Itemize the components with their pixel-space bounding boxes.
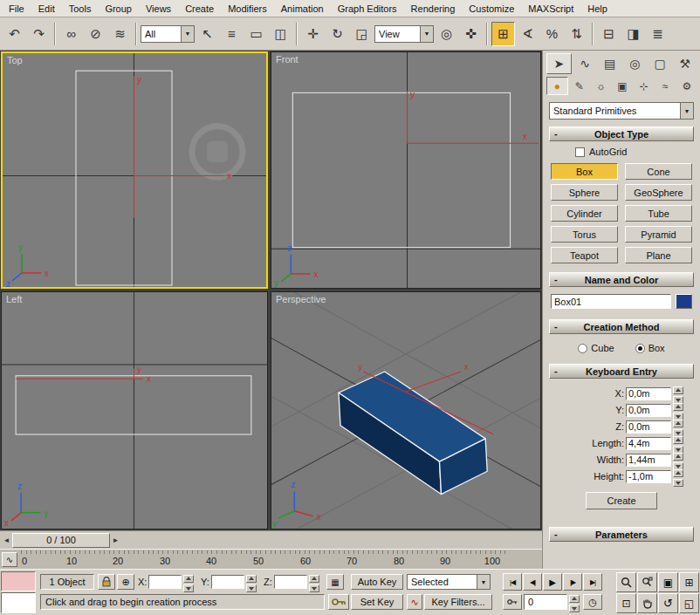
ke-height-spinner[interactable] [673, 469, 683, 483]
menu-edit[interactable]: Edit [31, 2, 62, 16]
select-object-icon[interactable]: ↖ [196, 22, 219, 46]
named-selection-sets-icon[interactable]: ⊟ [597, 22, 621, 46]
track-bar[interactable]: ∿ 0 10 20 30 40 50 60 70 80 90 100 [0, 549, 542, 569]
zoom-region-button[interactable]: ⊡ [616, 593, 636, 613]
spinner-up-icon[interactable] [673, 469, 683, 477]
spinner-up-icon[interactable] [183, 575, 194, 583]
spinner-down-icon[interactable] [673, 479, 683, 487]
box-radio[interactable] [635, 344, 645, 353]
selection-lock-button[interactable] [98, 574, 115, 590]
box-radio-option[interactable]: Box [635, 343, 665, 353]
spinner-down-icon[interactable] [309, 584, 319, 592]
arc-rotate-button[interactable]: ↺ [658, 593, 678, 613]
selection-filter-dropdown[interactable]: All ▼ [141, 25, 195, 43]
select-and-scale-icon[interactable]: ◲ [350, 22, 374, 46]
ke-width-spinner[interactable] [673, 453, 683, 467]
select-and-move-icon[interactable]: ✛ [301, 22, 325, 46]
utilities-tab-icon[interactable]: ⚒ [673, 53, 697, 74]
create-button[interactable]: Create [586, 492, 657, 509]
name-color-rollout-header[interactable]: - Name and Color [549, 272, 694, 287]
slider-left-arrow-icon[interactable]: ◄ [1, 533, 12, 548]
x-coord-spinner[interactable] [183, 575, 194, 589]
window-crossing-icon[interactable]: ◫ [269, 22, 292, 46]
select-and-manipulate-icon[interactable]: ✜ [459, 22, 483, 46]
zoom-extents-button[interactable]: ▣ [658, 572, 678, 592]
sphere-button[interactable]: Sphere [551, 184, 618, 201]
cube-radio-option[interactable]: Cube [578, 343, 614, 353]
menu-help[interactable]: Help [580, 2, 614, 16]
zoom-all-button[interactable] [637, 572, 657, 592]
set-key-mode-button[interactable]: Set Key [351, 594, 403, 610]
slider-right-arrow-icon[interactable]: ► [110, 533, 121, 548]
spinner-up-icon[interactable] [673, 453, 683, 461]
menu-maxscript[interactable]: MAXScript [521, 2, 580, 16]
creation-method-rollout-header[interactable]: - Creation Method [549, 319, 694, 334]
cylinder-button[interactable]: Cylinder [551, 205, 618, 222]
perspective-viewport-canvas[interactable]: y x z x y [271, 292, 540, 529]
go-to-start-button[interactable]: |◀ [503, 573, 522, 591]
mirror-icon[interactable]: ◨ [621, 22, 645, 46]
time-spinner[interactable] [569, 595, 580, 609]
ke-length-field[interactable]: 4,4m [626, 437, 671, 450]
next-frame-button[interactable]: |▶ [563, 573, 582, 591]
time-configuration-button[interactable]: ◷ [583, 594, 602, 610]
object-color-swatch[interactable] [676, 294, 692, 309]
autogrid-checkbox[interactable] [575, 147, 585, 157]
plane-button[interactable]: Plane [625, 247, 692, 263]
default-tangent-button[interactable]: ∿ [407, 594, 422, 610]
menu-customize[interactable]: Customize [462, 2, 521, 16]
cameras-category-icon[interactable]: ▣ [613, 77, 633, 95]
go-to-end-button[interactable]: ▶| [583, 573, 602, 591]
shapes-category-icon[interactable]: ✎ [570, 77, 590, 95]
set-keys-button[interactable] [328, 594, 349, 610]
spinner-down-icon[interactable] [183, 584, 194, 592]
bind-to-spacewarp-icon[interactable]: ≋ [108, 22, 132, 46]
play-button[interactable]: ▶ [543, 573, 562, 591]
ke-x-spinner[interactable] [673, 386, 683, 400]
align-icon[interactable]: ≣ [646, 22, 669, 46]
menu-create[interactable]: Create [178, 2, 221, 16]
object-type-rollout-header[interactable]: - Object Type [549, 126, 694, 141]
menu-modifiers[interactable]: Modifiers [221, 2, 274, 16]
display-tab-icon[interactable]: ▢ [649, 53, 672, 74]
reference-coordinate-dropdown[interactable]: View ▼ [374, 25, 434, 43]
select-by-name-icon[interactable]: ≡ [220, 22, 244, 46]
viewport-left-label[interactable]: Left [6, 294, 22, 304]
time-slider[interactable]: ◄ 0 / 100 ► [0, 530, 542, 549]
spinner-up-icon[interactable] [309, 575, 319, 583]
lights-category-icon[interactable]: ☼ [591, 77, 611, 95]
x-coord-field[interactable] [148, 575, 182, 589]
menu-file[interactable]: File [2, 2, 31, 16]
viewport-top[interactable]: y x y x z Top [1, 51, 268, 289]
ke-z-field[interactable]: 0,0m [626, 420, 671, 434]
percent-snap-icon[interactable]: % [540, 22, 564, 46]
primitive-category-dropdown[interactable]: Standard Primitives ▼ [549, 102, 694, 120]
undo-icon[interactable]: ↶ [3, 22, 26, 46]
maxscript-mini-listener-macro[interactable] [1, 571, 36, 591]
chevron-down-icon[interactable]: ▼ [680, 103, 693, 119]
maxscript-mini-listener[interactable] [1, 592, 36, 613]
maximize-viewport-button[interactable]: ◱ [679, 593, 699, 613]
key-mode-toggle-button[interactable] [503, 594, 522, 610]
mini-curve-editor-button[interactable]: ∿ [2, 552, 17, 567]
front-viewport-canvas[interactable]: y x z x y [271, 52, 540, 288]
chevron-down-icon[interactable]: ▼ [181, 26, 194, 42]
ke-y-field[interactable]: 0,0m [626, 404, 671, 417]
torus-button[interactable]: Torus [551, 226, 618, 243]
object-name-field[interactable]: Box01 [551, 294, 671, 309]
snaps-toggle-icon[interactable]: ⊞ [491, 22, 515, 46]
keyboard-entry-rollout-header[interactable]: - Keyboard Entry [549, 364, 694, 379]
zoom-button[interactable] [616, 572, 636, 592]
geometry-category-icon[interactable]: ● [546, 77, 568, 95]
pyramid-button[interactable]: Pyramid [625, 226, 692, 243]
use-center-icon[interactable]: ◎ [435, 22, 458, 46]
ke-width-field[interactable]: 1,44m [626, 454, 671, 467]
z-coord-field[interactable] [274, 575, 307, 589]
box-button[interactable]: Box [551, 163, 618, 180]
spinner-down-icon[interactable] [246, 584, 257, 592]
viewport-perspective[interactable]: y x z x y Perspective [271, 291, 541, 530]
viewport-left[interactable]: x y z y x Left [1, 291, 268, 530]
create-tab-icon[interactable]: ➤ [546, 53, 572, 74]
spinner-up-icon[interactable] [246, 575, 257, 583]
menu-group[interactable]: Group [98, 2, 139, 16]
